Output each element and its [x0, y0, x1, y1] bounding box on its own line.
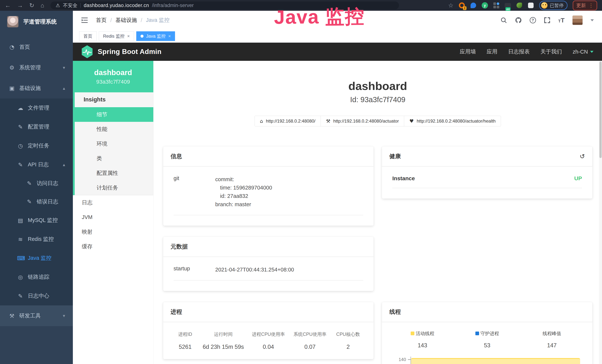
- browser-update-button[interactable]: 更新 ⋮: [573, 0, 597, 11]
- instance-header[interactable]: dashboard 93a3fc7f7409: [73, 61, 153, 92]
- actuator-url-button[interactable]: http://192.168.0.2:48080/actuator: [321, 116, 404, 127]
- url-host: dashboard.yudao.iocoder.cn: [84, 3, 149, 8]
- sidebar-item-java-monitor[interactable]: Java 监控: [0, 249, 73, 268]
- chevron-up-icon: ▴: [63, 86, 65, 91]
- column-header: 系统CPU使用率: [289, 331, 331, 337]
- help-icon[interactable]: ?: [530, 17, 536, 23]
- sba-item-logs[interactable]: 日志: [73, 195, 153, 210]
- health-card-title: 健康: [389, 152, 401, 160]
- extension-leaf-icon[interactable]: [516, 2, 522, 9]
- sba-nav-journal[interactable]: 日志报表: [508, 48, 530, 55]
- log-icon: [17, 293, 24, 299]
- peak-threads-value: 147: [519, 342, 584, 349]
- fullscreen-icon[interactable]: [544, 17, 550, 23]
- app-logo-row[interactable]: 芋道管理系统: [0, 11, 73, 33]
- sidebar-item-mysql-monitor[interactable]: MySQL 监控: [0, 211, 73, 230]
- sba-item-config-props[interactable]: 配置属性: [75, 166, 153, 181]
- sba-item-mappings[interactable]: 映射: [73, 225, 153, 239]
- profile-avatar-icon: [541, 2, 548, 9]
- edit-icon: [17, 124, 24, 130]
- history-icon[interactable]: [580, 153, 585, 160]
- home-icon[interactable]: ⌂: [41, 2, 44, 9]
- sba-nav-applications[interactable]: 应用: [487, 48, 497, 55]
- process-pid: 5261: [171, 344, 199, 350]
- extension-puzzle-icon[interactable]: [528, 2, 534, 9]
- sidebar-item-home[interactable]: 首页: [0, 37, 73, 57]
- sidebar-item-error-logs[interactable]: 错误日志: [0, 193, 73, 211]
- tab-home[interactable]: 首页: [79, 31, 97, 41]
- sidebar-item-tracing[interactable]: 链路追踪: [0, 268, 73, 287]
- sba-item-classes[interactable]: 类: [75, 151, 153, 166]
- github-icon[interactable]: [515, 17, 522, 24]
- sidebar-item-redis-monitor[interactable]: Redis 监控: [0, 230, 73, 249]
- layers-icon: [17, 236, 24, 243]
- reload-icon[interactable]: ↻: [29, 2, 34, 9]
- tab-redis-monitor[interactable]: Redis 监控×: [99, 31, 134, 41]
- scrollbar-thumb[interactable]: [599, 62, 602, 158]
- tab-java-monitor[interactable]: Java 监控×: [136, 31, 175, 41]
- user-avatar[interactable]: [572, 15, 583, 25]
- sba-item-scheduled-tasks[interactable]: 计划任务: [75, 181, 153, 195]
- info-value: commit: time: 1596289704000 id: 27aa832 …: [215, 175, 363, 209]
- sidebar-item-log-center[interactable]: 日志中心: [0, 287, 73, 305]
- sidebar-item-system[interactable]: 系统管理▾: [0, 57, 73, 78]
- home-icon: [260, 118, 263, 124]
- extension-green-icon[interactable]: y: [482, 2, 488, 9]
- sidebar-item-api-logs[interactable]: API 日志▴: [0, 155, 73, 174]
- endpoint-buttons: http://192.168.0.2:48080/ http://192.168…: [163, 116, 592, 127]
- extension-on-badge: on: [505, 7, 511, 11]
- sidebar-item-infrastructure[interactable]: 基础设施▴: [0, 78, 73, 98]
- sba-nav-about[interactable]: 关于我们: [540, 48, 562, 55]
- sba-item-details[interactable]: 细节: [75, 107, 153, 122]
- sba-item-environment[interactable]: 环境: [75, 137, 153, 151]
- health-url-button[interactable]: http://192.168.0.2:48080/actuator/health: [404, 116, 501, 127]
- locale-selector[interactable]: zh-CN: [573, 49, 593, 55]
- close-icon[interactable]: ×: [168, 34, 171, 38]
- table-row: startup 2021-04-27T00:44:31.254+08:00: [173, 266, 363, 280]
- legend-live-threads: 活动线程: [390, 331, 455, 337]
- chevron-down-icon: [590, 51, 593, 53]
- sba-item-metrics[interactable]: 性能: [75, 122, 153, 137]
- address-bar[interactable]: ⚠ 不安全 dashboard.yudao.iocoder.cn /infra/…: [50, 1, 399, 9]
- sba-main-content: dashboard Id: 93a3fc7f7409 http://192.16…: [153, 61, 602, 364]
- sidebar-item-access-logs[interactable]: 访问日志: [0, 174, 73, 193]
- extension-pin-icon[interactable]: [470, 2, 476, 9]
- font-size-icon[interactable]: TT: [558, 17, 565, 24]
- active-dot: [140, 35, 143, 38]
- extension-orange-icon[interactable]: 1: [459, 2, 465, 9]
- infra-icon: [9, 85, 15, 91]
- hamburger-collapse-icon[interactable]: [81, 17, 88, 23]
- search-icon[interactable]: [500, 17, 507, 23]
- security-label[interactable]: 不安全: [63, 2, 77, 9]
- forward-icon[interactable]: →: [17, 2, 23, 9]
- sba-brand-title[interactable]: Spring Boot Admin: [98, 48, 161, 56]
- divider: [80, 3, 81, 8]
- bookmark-star-icon[interactable]: ☆: [448, 2, 453, 9]
- threads-card: 线程 活动线程 守护进程 线程峰值 143 53 147 1: [382, 302, 592, 364]
- user-menu-caret-icon[interactable]: [591, 19, 594, 21]
- breadcrumb-home[interactable]: 首页: [96, 17, 107, 24]
- sba-item-caches[interactable]: 缓存: [73, 239, 153, 254]
- sidebar-item-scheduled-jobs[interactable]: 定时任务: [0, 136, 73, 155]
- info-card: 信息 git commit: time: 1596289704000 id: 2…: [163, 147, 374, 226]
- scrollbar[interactable]: [599, 61, 602, 364]
- sba-instance-sidebar: dashboard 93a3fc7f7409 Insights 细节 性能 环境…: [73, 61, 153, 364]
- browser-menu-icon[interactable]: ⋮: [589, 2, 594, 9]
- process-card-title: 进程: [171, 308, 182, 316]
- extension-switch-icon[interactable]: on: [505, 2, 511, 9]
- breadcrumb-infrastructure[interactable]: 基础设施: [116, 17, 137, 24]
- sidebar-item-config-mgmt[interactable]: 配置管理: [0, 117, 73, 136]
- tags-view: 首页 Redis 监控× Java 监控×: [73, 30, 602, 43]
- sidebar-item-file-mgmt[interactable]: 文件管理: [0, 98, 73, 117]
- sba-nav-wallboard[interactable]: 应用墙: [460, 48, 476, 55]
- profile-paused-chip[interactable]: 已暂停: [539, 1, 568, 10]
- close-icon[interactable]: ×: [127, 34, 130, 38]
- threads-legend: 活动线程 守护进程 线程峰值 143 53 147: [390, 331, 584, 349]
- y-axis-tick: 140: [390, 357, 406, 362]
- back-icon[interactable]: ←: [5, 2, 11, 9]
- sidebar-item-dev-tools[interactable]: 研发工具▾: [0, 305, 73, 326]
- service-url-button[interactable]: http://192.168.0.2:48080/: [255, 116, 321, 127]
- extension-grid-icon[interactable]: [493, 2, 499, 9]
- process-cpu: 0.04: [247, 344, 289, 350]
- sba-item-jvm[interactable]: JVM: [73, 210, 153, 225]
